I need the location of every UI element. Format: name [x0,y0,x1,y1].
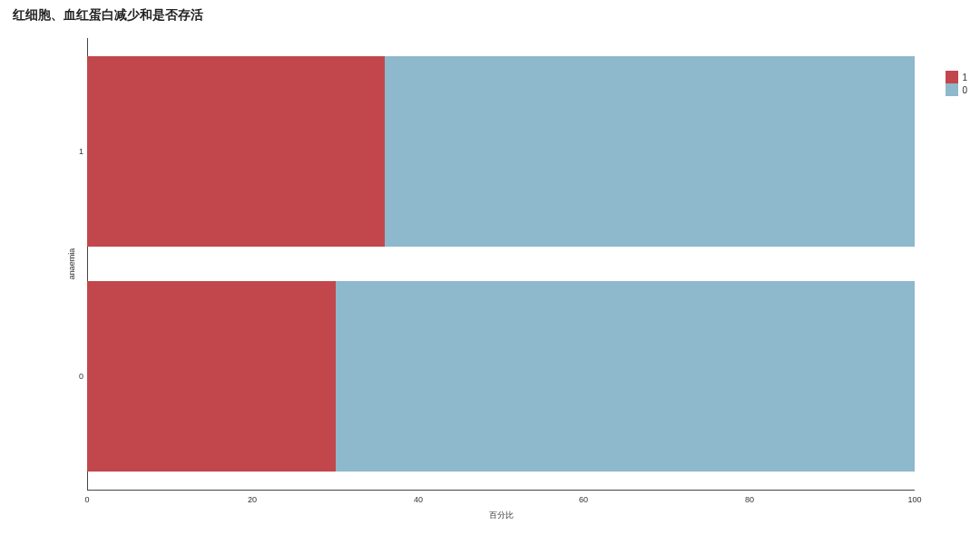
legend-swatch-0 [946,83,958,96]
x-tick-100: 100 [907,495,921,504]
bar-anaemia1-series1 [87,56,385,247]
y-tick-0: 0 [67,372,83,381]
bar-anaemia0-series0 [336,281,915,472]
legend-item-1: 1 [946,71,967,83]
legend-item-0: 0 [946,83,967,96]
bar-anaemia1-series0 [385,56,915,247]
x-tick-80: 80 [745,495,754,504]
legend-label-1: 1 [962,73,967,83]
bar-anaemia0-series1 [87,281,336,472]
legend: 1 0 [946,71,967,96]
y-tick-1: 1 [67,147,83,156]
x-tick-0: 0 [84,495,89,504]
x-tick-20: 20 [248,495,257,504]
x-tick-40: 40 [414,495,423,504]
x-tick-60: 60 [579,495,588,504]
legend-label-0: 0 [962,85,967,95]
chart-title: 红细胞、血红蛋白减少和是否存活 [13,7,203,24]
y-axis-label: anaemia [67,248,76,280]
legend-swatch-1 [946,71,958,83]
x-axis-label: 百分比 [87,510,915,521]
x-axis-spine [87,490,915,491]
